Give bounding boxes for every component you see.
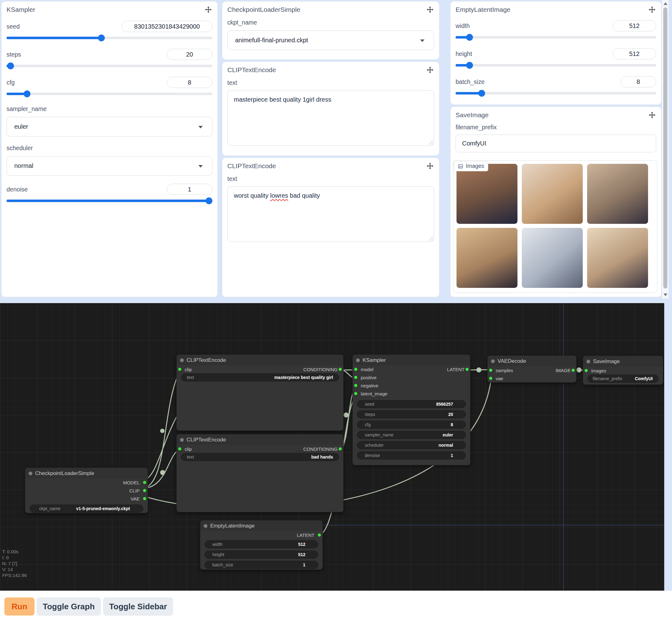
- output-port-model[interactable]: [143, 481, 146, 484]
- ckpt-name-select[interactable]: animefull-final-pruned.ckpt: [227, 30, 434, 50]
- height-slider[interactable]: [456, 62, 656, 69]
- slider-thumb[interactable]: [466, 34, 473, 41]
- slider-thumb[interactable]: [7, 63, 14, 69]
- generated-image-4[interactable]: [457, 228, 517, 288]
- slider-thumb[interactable]: [466, 62, 473, 69]
- steps-input[interactable]: 20: [167, 49, 212, 60]
- cfg-slider[interactable]: [7, 91, 212, 97]
- sampler-name-widget[interactable]: sampler_nameeuler: [357, 431, 466, 439]
- slider-thumb[interactable]: [98, 34, 105, 41]
- denoise-slider[interactable]: [7, 197, 212, 204]
- output-port-conditioning[interactable]: [339, 447, 342, 450]
- generated-image-3[interactable]: [587, 164, 648, 224]
- node-header[interactable]: KSampler: [353, 355, 470, 365]
- output-port-vae[interactable]: [143, 497, 146, 500]
- output-port-clip[interactable]: [143, 489, 146, 492]
- move-icon[interactable]: [648, 111, 656, 119]
- width-input[interactable]: 512: [612, 20, 656, 31]
- width-widget[interactable]: width512: [205, 540, 318, 548]
- steps-slider[interactable]: [7, 63, 212, 69]
- input-port-clip[interactable]: [178, 447, 181, 450]
- input-port-model[interactable]: [354, 368, 357, 371]
- output-port-latent[interactable]: [466, 368, 469, 371]
- move-icon[interactable]: [426, 162, 434, 170]
- generated-image-1[interactable]: [457, 164, 517, 224]
- run-button[interactable]: Run: [4, 598, 34, 616]
- slider-track[interactable]: [7, 93, 212, 95]
- resize-handle-icon[interactable]: [428, 140, 433, 144]
- slider-track[interactable]: [7, 65, 212, 67]
- collapse-dot-icon[interactable]: [29, 472, 32, 475]
- slider-thumb[interactable]: [206, 197, 212, 204]
- scroll-down-icon[interactable]: [664, 294, 667, 296]
- collapse-dot-icon[interactable]: [180, 438, 184, 442]
- output-port-latent[interactable]: [318, 533, 321, 536]
- seed-widget[interactable]: seed8566257: [357, 400, 466, 408]
- node-header[interactable]: EmptyLatentImage: [200, 520, 322, 531]
- filename-prefix-input[interactable]: ComfyUI: [456, 135, 656, 152]
- node-graph-canvas[interactable]: CLIPTextEncode clipCONDITIONING textmast…: [0, 303, 664, 591]
- graph-node-checkpoint-loader[interactable]: CheckpointLoaderSimple MODEL CLIP VAE ck…: [25, 468, 148, 513]
- scrollbar-thumb[interactable]: [663, 7, 667, 289]
- toggle-graph-button[interactable]: Toggle Graph: [37, 598, 101, 616]
- collapse-dot-icon[interactable]: [491, 359, 495, 363]
- negative-prompt-textarea[interactable]: worst quality lowres bad quality: [227, 186, 434, 242]
- seed-slider[interactable]: [7, 34, 212, 41]
- graph-node-empty-latent-image[interactable]: EmptyLatentImage LATENT width512 height5…: [200, 520, 323, 570]
- collapse-dot-icon[interactable]: [204, 524, 207, 528]
- move-icon[interactable]: [426, 66, 434, 74]
- cfg-input[interactable]: 8: [167, 77, 212, 88]
- output-port-conditioning[interactable]: [339, 368, 342, 371]
- node-header[interactable]: SaveImage: [583, 356, 663, 367]
- input-port-positive[interactable]: [354, 376, 357, 379]
- node-header[interactable]: CLIPTextEncode: [177, 434, 343, 445]
- node-header[interactable]: CLIPTextEncode: [177, 355, 343, 365]
- height-input[interactable]: 512: [612, 48, 656, 60]
- slider-track[interactable]: [456, 36, 656, 38]
- output-port-image[interactable]: [572, 369, 575, 372]
- batch-size-widget[interactable]: batch_size1: [205, 561, 318, 569]
- collapse-dot-icon[interactable]: [586, 360, 590, 364]
- resize-handle-icon[interactable]: [428, 236, 433, 240]
- scheduler-widget[interactable]: schedulernormal: [357, 441, 466, 449]
- input-port-vae[interactable]: [489, 377, 492, 380]
- ckpt-name-widget[interactable]: ckpt_namev1-5-pruned-emaonly.ckpt: [29, 505, 143, 513]
- text-widget[interactable]: textmasterpiece best quality girl: [181, 373, 339, 382]
- node-header[interactable]: CheckpointLoaderSimple: [25, 468, 148, 479]
- width-slider[interactable]: [456, 34, 656, 41]
- batch-size-input[interactable]: 8: [620, 76, 656, 87]
- input-port-images[interactable]: [585, 369, 588, 372]
- input-port-negative[interactable]: [354, 384, 357, 387]
- height-widget[interactable]: height512: [205, 550, 318, 558]
- slider-thumb[interactable]: [24, 91, 30, 97]
- denoise-widget[interactable]: denoise1: [357, 451, 466, 459]
- slider-thumb[interactable]: [478, 90, 485, 97]
- collapse-dot-icon[interactable]: [180, 358, 184, 362]
- batch-size-slider[interactable]: [456, 90, 656, 97]
- cfg-widget[interactable]: cfg8: [357, 421, 466, 429]
- node-header[interactable]: VAEDecode: [488, 355, 576, 366]
- images-tab[interactable]: Images: [454, 161, 488, 171]
- positive-prompt-textarea[interactable]: masterpiece best quality 1girl dress: [227, 90, 434, 146]
- input-port-clip[interactable]: [178, 368, 181, 371]
- move-icon[interactable]: [204, 6, 212, 14]
- denoise-input[interactable]: 1: [167, 184, 212, 195]
- input-port-latent-image[interactable]: [354, 392, 357, 395]
- slider-track[interactable]: [456, 64, 656, 67]
- generated-image-6[interactable]: [587, 228, 648, 288]
- text-widget[interactable]: textbad hands: [181, 453, 339, 461]
- scroll-up-icon[interactable]: [664, 2, 667, 5]
- collapse-dot-icon[interactable]: [356, 358, 360, 362]
- move-icon[interactable]: [426, 6, 434, 14]
- graph-node-save-image[interactable]: SaveImage images filename_prefixComfyUI: [583, 355, 663, 385]
- sampler-name-select[interactable]: euler: [7, 117, 212, 136]
- steps-widget[interactable]: steps20: [357, 410, 466, 418]
- graph-node-clip-text-encode-positive[interactable]: CLIPTextEncode clipCONDITIONING textmast…: [176, 354, 344, 431]
- input-port-samples[interactable]: [489, 369, 492, 372]
- generated-image-5[interactable]: [522, 228, 583, 288]
- generated-image-2[interactable]: [522, 164, 583, 224]
- scheduler-select[interactable]: normal: [7, 156, 212, 176]
- toggle-sidebar-button[interactable]: Toggle Sidebar: [103, 598, 173, 616]
- graph-node-vae-decode[interactable]: VAEDecode samplesIMAGE vae: [487, 355, 577, 383]
- filename-prefix-widget[interactable]: filename_prefixComfyUI: [587, 375, 659, 383]
